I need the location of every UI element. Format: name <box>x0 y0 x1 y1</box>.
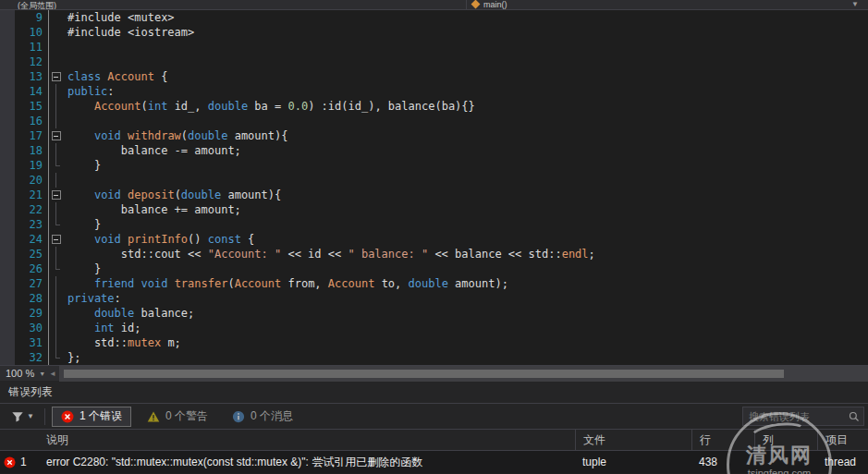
code-line: 9#include <mutex> <box>0 10 868 25</box>
code-text: class Account { <box>62 69 167 84</box>
fold-margin <box>48 335 62 350</box>
fold-margin <box>48 217 62 232</box>
code-text: #include <iostream> <box>62 25 194 40</box>
line-number: 24 <box>0 232 48 247</box>
line-number: 29 <box>0 306 48 321</box>
code-line: 15 Account(int id_, double ba = 0.0) :id… <box>0 99 868 114</box>
line-number: 11 <box>0 40 48 55</box>
code-text: double balance; <box>62 306 194 321</box>
error-list-rows: 1error C2280: "std::mutex::mutex(const s… <box>0 451 868 473</box>
code-text: int id; <box>62 321 141 335</box>
messages-toggle-button[interactable]: 0 个消息 <box>224 407 301 427</box>
scope-dropdown-label: (全局范围) <box>18 0 56 10</box>
code-line: 20 <box>0 173 868 188</box>
line-number: 21 <box>0 188 48 202</box>
editor-bottom-bar: 100 % ▼ ◄ <box>0 365 868 381</box>
line-number: 17 <box>0 128 48 143</box>
fold-margin <box>48 10 62 25</box>
error-description: error C2280: "std::mutex::mutex(const st… <box>39 451 575 473</box>
line-number: 15 <box>0 99 48 114</box>
code-text: std::mutex m; <box>62 335 181 350</box>
fold-margin <box>48 40 62 55</box>
scope-dropdown[interactable]: (全局范围) <box>0 0 467 9</box>
fold-collapse-toggle[interactable] <box>48 188 62 202</box>
code-line: 13class Account { <box>0 69 868 84</box>
code-line: 29 double balance; <box>0 306 868 321</box>
code-editor[interactable]: 9#include <mutex>10#include <iostream>11… <box>0 10 868 365</box>
warnings-toggle-button[interactable]: 0 个警告 <box>139 407 216 427</box>
fold-margin <box>48 55 62 69</box>
fold-margin <box>48 276 62 291</box>
error-line: 438 <box>691 451 754 473</box>
horizontal-scrollbar[interactable] <box>59 366 868 382</box>
error-list-column-headers: 说明 文件 行 列 项目 <box>0 430 868 451</box>
code-line: 10#include <iostream> <box>0 25 868 40</box>
fold-collapse-toggle[interactable] <box>48 128 62 143</box>
filter-icon <box>11 410 24 423</box>
line-number: 32 <box>0 350 48 365</box>
code-text: public: <box>62 84 115 99</box>
column-header-line[interactable]: 行 <box>691 430 754 450</box>
code-line: 18 balance -= amount; <box>0 143 868 158</box>
line-number: 12 <box>0 55 48 69</box>
error-list-toolbar: ▼ 1 个错误 0 个警告 0 个消息 <box>0 403 868 430</box>
zoom-select[interactable]: 100 % ▼ <box>0 368 46 379</box>
severity-column-header <box>0 430 18 450</box>
code-text: } <box>62 217 101 232</box>
error-icon <box>61 410 74 423</box>
errors-toggle-button[interactable]: 1 个错误 <box>52 407 131 427</box>
code-text: void printInfo() const { <box>62 232 254 247</box>
member-dropdown[interactable]: main() ▼ <box>467 0 868 9</box>
horizontal-scrollbar-thumb[interactable] <box>64 370 784 378</box>
chevron-down-icon: ▼ <box>851 0 859 8</box>
error-list-title: 错误列表 <box>0 381 868 403</box>
error-list-search[interactable] <box>742 407 864 426</box>
line-number: 9 <box>0 10 48 25</box>
fold-collapse-toggle[interactable] <box>48 232 62 247</box>
search-icon <box>849 411 860 422</box>
code-lines: 9#include <mutex>10#include <iostream>11… <box>0 10 868 365</box>
code-line: 16 <box>0 114 868 128</box>
code-line: 25 std::cout << "Account: " << id << " b… <box>0 247 868 261</box>
fold-margin <box>48 158 62 173</box>
toolbar-separator <box>44 408 45 425</box>
code-text: balance += amount; <box>62 202 241 217</box>
line-number: 28 <box>0 291 48 306</box>
code-line: 26 } <box>0 261 868 276</box>
line-number: 19 <box>0 158 48 173</box>
fold-collapse-toggle[interactable] <box>48 69 62 84</box>
fold-margin <box>48 99 62 114</box>
column-header-file[interactable]: 文件 <box>575 430 691 450</box>
code-text <box>62 55 67 69</box>
fold-margin <box>48 173 62 188</box>
column-header-description[interactable]: 说明 <box>39 430 575 450</box>
code-text: void deposit(double amount){ <box>62 188 281 202</box>
column-header-project[interactable]: 项目 <box>817 430 868 450</box>
index-column-header <box>18 430 39 450</box>
column-header-column[interactable]: 列 <box>754 430 817 450</box>
fold-margin <box>48 247 62 261</box>
error-row[interactable]: 1error C2280: "std::mutex::mutex(const s… <box>0 451 868 473</box>
search-input[interactable] <box>743 411 849 422</box>
error-project: thread <box>817 451 868 473</box>
code-line: 31 std::mutex m; <box>0 335 868 350</box>
code-line: 11 <box>0 40 868 55</box>
code-line: 12 <box>0 55 868 69</box>
code-line: 22 balance += amount; <box>0 202 868 217</box>
code-text <box>62 114 67 128</box>
code-line: 30 int id; <box>0 321 868 335</box>
filter-button[interactable]: ▼ <box>7 407 38 427</box>
code-line: 27 friend void transfer(Account from, Ac… <box>0 276 868 291</box>
code-line: 19 } <box>0 158 868 173</box>
fold-margin <box>48 84 62 99</box>
line-number: 10 <box>0 25 48 40</box>
line-number: 14 <box>0 84 48 99</box>
fold-margin <box>48 306 62 321</box>
error-icon <box>0 451 18 473</box>
code-line: 28private: <box>0 291 868 306</box>
scroll-left-arrow[interactable]: ◄ <box>46 370 59 378</box>
error-index: 1 <box>18 451 39 473</box>
error-list-panel: 错误列表 ▼ 1 个错误 0 个警告 0 个消息 <box>0 381 868 473</box>
line-number: 31 <box>0 335 48 350</box>
code-text: } <box>62 261 101 276</box>
